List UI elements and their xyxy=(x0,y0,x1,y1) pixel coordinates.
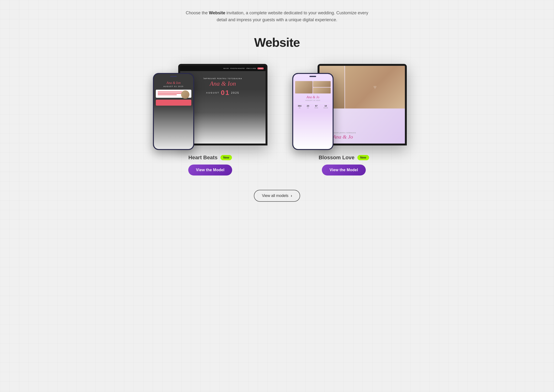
hb-phone-bottom xyxy=(156,100,191,106)
bl-stat-num-2: 23 xyxy=(307,105,309,107)
heart-beats-card: NOI DOI POVESTEA NOASTRĂ CÂND ȘI UNDE RS… xyxy=(153,64,267,175)
hb-nav-bar: NOI DOI POVESTEA NOASTRĂ CÂND ȘI UNDE RS… xyxy=(180,66,266,71)
bl-stat-num-3: 57 xyxy=(314,105,318,107)
bl-phone-names: Ana & Jo xyxy=(295,95,331,99)
models-grid: NOI DOI POVESTEA NOASTRĂ CÂND ȘI UNDE RS… xyxy=(139,64,415,175)
hb-line-3 xyxy=(158,94,177,95)
bl-phone-stat-3: 57 minute xyxy=(314,105,318,108)
hb-date: AUGUST 01 2025 xyxy=(185,89,262,97)
blossom-love-view-button[interactable]: View the Model xyxy=(322,165,366,175)
bl-phone-img-2 xyxy=(313,81,330,87)
bl-phone-img-3 xyxy=(313,88,330,93)
intro-bold: Website xyxy=(209,10,226,15)
bl-phone-img-1 xyxy=(295,81,313,93)
hb-phone-couple-img xyxy=(181,90,189,99)
hb-nav-item-2: POVESTEA NOASTRĂ xyxy=(230,68,245,69)
bl-stat-label-3: minute xyxy=(314,107,318,108)
page-wrapper: Choose the Website invitation, a complet… xyxy=(134,0,420,221)
bl-stat-num-4: 10 xyxy=(324,105,328,107)
hb-nav-item-3: CÂND ȘI UNDE xyxy=(246,68,256,69)
heart-beats-name: Heart Beats xyxy=(188,154,218,161)
hb-phone-content xyxy=(156,90,191,98)
hb-phone-screen: Ana & Ion AUGUST 01 2025 xyxy=(154,74,193,149)
bl-phone-stats: 364 zile 23 ore 57 minute xyxy=(295,103,331,108)
hb-nav-rsvp: RSVP xyxy=(257,68,264,69)
blossom-love-card: ♥ Împreună pentru totdeauna Ana & Jo xyxy=(287,64,401,175)
bl-phone-screen: Ana & Jo AUGUST 02 2025 364 zile 23 ore xyxy=(293,74,333,149)
hb-couple-text: Împreună pentru totdeauna Ana & Ion AUGU… xyxy=(185,78,262,97)
heart-beats-preview: NOI DOI POVESTEA NOASTRĂ CÂND ȘI UNDE RS… xyxy=(153,64,267,154)
hb-phone-names: Ana & Ion xyxy=(156,81,191,85)
view-all-models-button[interactable]: View all models › xyxy=(254,190,300,202)
intro-paragraph: Choose the Website invitation, a complet… xyxy=(184,10,370,23)
heart-beats-label-row: Heart Beats New xyxy=(188,154,232,161)
hb-date-month: AUGUST xyxy=(206,91,220,94)
heart-beats-view-button[interactable]: View the Model xyxy=(188,165,232,175)
bl-stat-num-1: 364 xyxy=(298,105,301,107)
blossom-love-preview: ♥ Împreună pentru totdeauna Ana & Jo xyxy=(287,64,401,154)
blossom-love-label-row: Blossom Love New xyxy=(319,154,369,161)
bl-stat-label-1: zile xyxy=(298,107,301,108)
bl-phone-photo-grid xyxy=(295,81,331,93)
blossom-love-phone: Ana & Jo AUGUST 02 2025 364 zile 23 ore xyxy=(292,73,334,150)
hb-phone-date: AUGUST 01 2025 xyxy=(156,86,191,87)
bl-phone-stat-2: 23 ore xyxy=(307,105,309,108)
hb-date-num: 01 xyxy=(221,89,230,97)
bl-phone-date: AUGUST 02 2025 xyxy=(295,100,331,101)
bl-phone-stat-1: 364 zile xyxy=(298,105,301,108)
heart-beats-phone: Ana & Ion AUGUST 01 2025 xyxy=(153,73,194,150)
chevron-right-icon: › xyxy=(291,194,292,198)
intro-after-bold: invitation, a complete website dedicated… xyxy=(217,10,368,22)
section-title: Website xyxy=(139,35,415,49)
intro-before-bold: Choose the xyxy=(186,10,209,15)
hb-date-year: 2025 xyxy=(231,91,239,94)
blossom-love-name: Blossom Love xyxy=(319,154,354,161)
heart-beats-badge: New xyxy=(220,155,232,160)
blossom-love-badge: New xyxy=(357,155,369,160)
bl-stat-label-4: secunde xyxy=(324,107,328,108)
bl-photo-main: ♥ xyxy=(345,66,405,108)
bl-stat-label-2: ore xyxy=(307,107,309,108)
bl-phone-stat-4: 10 secunde xyxy=(324,105,328,108)
view-all-label: View all models xyxy=(262,194,288,198)
hb-subtitle: Împreună pentru totdeauna xyxy=(185,78,262,79)
bottom-action: View all models › xyxy=(139,190,415,202)
hb-nav-item-1: NOI DOI xyxy=(224,68,229,69)
hb-names: Ana & Ion xyxy=(185,80,262,87)
